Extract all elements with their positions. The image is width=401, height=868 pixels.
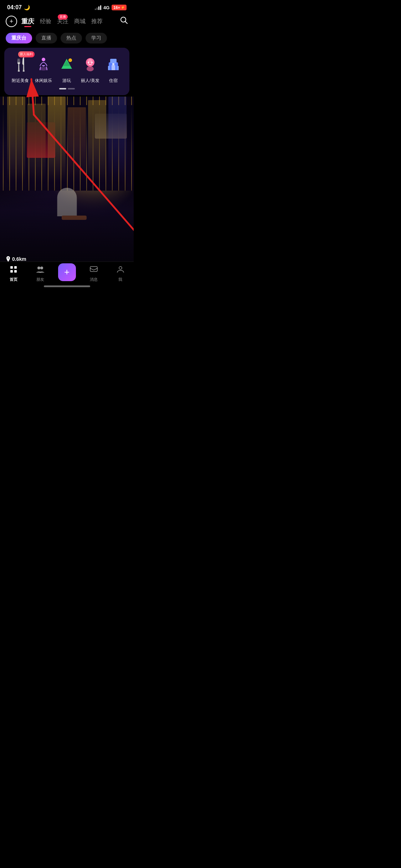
- beauty-label: 丽人/美发: [81, 78, 99, 84]
- svg-rect-25: [10, 266, 13, 269]
- tab-messages-label: 消息: [90, 277, 98, 282]
- category-grid: 🍴 新人福利 附近美食 休闲娱乐: [9, 53, 125, 84]
- signal-icon: [95, 5, 101, 10]
- entertainment-icon: [33, 53, 54, 75]
- tab-shop[interactable]: 商城: [74, 18, 86, 25]
- messages-icon: [90, 265, 98, 275]
- svg-text:🍴: 🍴: [13, 57, 29, 72]
- play-label: 游玩: [62, 78, 71, 84]
- svg-rect-27: [10, 270, 13, 273]
- svg-rect-18: [112, 65, 115, 70]
- network-badge: 4G: [103, 5, 109, 10]
- svg-point-14: [88, 62, 89, 63]
- status-bar: 04:07 🌙 4G 16+ ⚡: [0, 0, 134, 13]
- tab-recommend[interactable]: 推荐: [91, 18, 103, 25]
- tab-messages[interactable]: 消息: [83, 265, 104, 282]
- main-content-image[interactable]: 0.6km: [0, 97, 134, 268]
- svg-point-30: [40, 267, 43, 269]
- dot-2: [68, 88, 75, 89]
- category-item-play[interactable]: 游玩: [56, 53, 77, 84]
- svg-point-12: [87, 66, 94, 71]
- svg-line-1: [125, 22, 128, 24]
- beauty-icon: [79, 53, 101, 75]
- sub-nav-pill-hot[interactable]: 热点: [61, 33, 82, 43]
- sub-nav: 重庆台 直播 热点 学习: [0, 30, 134, 46]
- status-icons: 4G 16+ ⚡: [95, 5, 127, 10]
- moon-icon: 🌙: [24, 5, 30, 10]
- svg-point-15: [91, 62, 93, 63]
- svg-rect-17: [110, 59, 117, 63]
- distance-badge: 0.6km: [6, 256, 26, 262]
- background-scene: [0, 97, 134, 268]
- svg-rect-26: [14, 266, 17, 269]
- svg-rect-28: [14, 270, 17, 273]
- tab-home-label: 首页: [10, 277, 17, 282]
- lodging-icon: [103, 53, 124, 75]
- category-pagination: [9, 88, 125, 89]
- home-icon: [10, 265, 17, 275]
- svg-rect-20: [108, 66, 110, 70]
- distance-text: 0.6km: [12, 256, 26, 262]
- sub-nav-pill-chongqing[interactable]: 重庆台: [6, 33, 32, 43]
- status-time: 04:07: [7, 4, 22, 11]
- food-label: 附近美食: [12, 78, 29, 84]
- play-icon: [56, 53, 77, 75]
- battery-icon: 16+ ⚡: [112, 5, 127, 10]
- svg-point-4: [42, 58, 45, 61]
- lodging-label: 住宿: [109, 78, 118, 84]
- nav-bar: + 重庆 经验 直播 关注 商城 推荐: [0, 13, 134, 30]
- sub-nav-pill-study[interactable]: 学习: [86, 33, 107, 43]
- live-badge: 直播: [58, 14, 68, 20]
- sub-nav-pill-live[interactable]: 直播: [36, 33, 57, 43]
- tab-friends[interactable]: 朋友: [30, 265, 51, 282]
- add-location-button[interactable]: +: [6, 16, 17, 27]
- svg-point-10: [69, 59, 71, 61]
- tab-me[interactable]: 我: [110, 265, 131, 282]
- svg-point-32: [119, 267, 122, 269]
- tab-follow[interactable]: 直播 关注: [57, 18, 68, 25]
- home-indicator: [44, 285, 90, 287]
- tab-me-label: 我: [118, 277, 122, 282]
- friends-icon: [36, 265, 45, 275]
- tab-home[interactable]: 首页: [3, 265, 24, 282]
- search-button[interactable]: [120, 16, 128, 26]
- category-item-beauty[interactable]: 丽人/美发: [79, 53, 101, 84]
- category-item-food[interactable]: 🍴 新人福利 附近美食: [10, 53, 31, 84]
- svg-rect-21: [117, 66, 119, 70]
- tab-experience[interactable]: 经验: [40, 18, 51, 25]
- tab-chongqing[interactable]: 重庆: [21, 17, 34, 26]
- me-icon: [117, 265, 124, 275]
- entertainment-label: 休闲娱乐: [35, 78, 52, 84]
- svg-point-29: [37, 267, 40, 269]
- dot-1: [59, 88, 66, 89]
- add-content-button[interactable]: +: [58, 263, 76, 281]
- new-user-badge: 新人福利: [18, 51, 35, 57]
- tab-add[interactable]: +: [56, 263, 78, 281]
- category-item-lodging[interactable]: 住宿: [103, 53, 124, 84]
- tab-friends-label: 朋友: [36, 277, 44, 282]
- svg-rect-19: [112, 63, 114, 65]
- category-card: 🍴 新人福利 附近美食 休闲娱乐: [4, 48, 129, 95]
- scene-overlay: [0, 97, 134, 268]
- category-item-entertainment[interactable]: 休闲娱乐: [33, 53, 54, 84]
- nav-tabs: 重庆 经验 直播 关注 商城 推荐: [21, 17, 116, 26]
